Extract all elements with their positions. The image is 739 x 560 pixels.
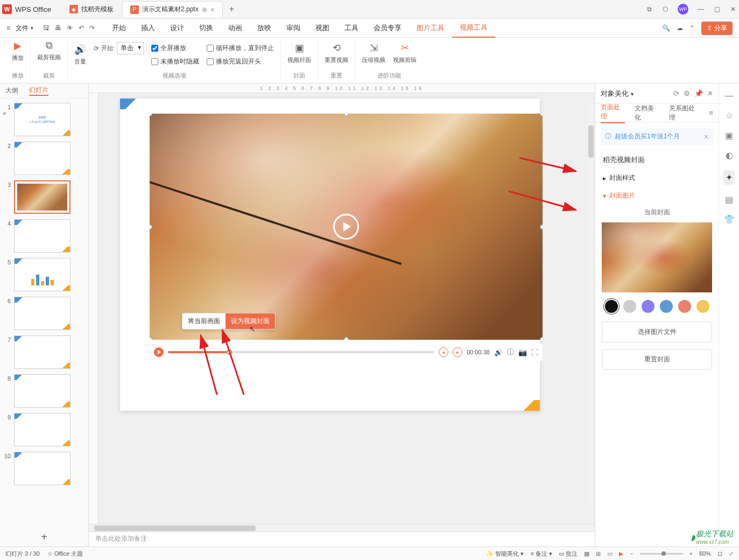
vc-next-button[interactable]: ▸ [453,347,462,357]
cube-icon[interactable]: ⬡ [661,5,669,13]
refresh-icon[interactable]: ⟳ [673,89,679,97]
batch-toggle[interactable]: ▭ 批注 [559,550,578,558]
file-menu[interactable]: 文件 ▾ [11,24,38,33]
sp-tab-page[interactable]: 页面处理 [601,103,625,123]
view-sorter-icon[interactable]: ⊞ [596,550,601,557]
cloud-icon[interactable]: ☁ [677,24,683,32]
compress-button[interactable]: ⇲ 压缩视频 [362,42,385,64]
color-purple[interactable] [642,300,654,313]
play-overlay-icon[interactable] [333,214,359,240]
tab-add-button[interactable]: + [224,4,240,14]
thumb-5[interactable] [14,258,71,291]
rewind-checkbox[interactable]: 播放完返回开头 [207,57,274,66]
view-reading-icon[interactable]: ▭ [607,550,613,557]
vc-volume-icon[interactable]: 🔊 [494,348,503,356]
video-cover-button[interactable]: ▣ 视频封面 [287,42,311,64]
resize-handle[interactable] [540,114,543,116]
choose-image-button[interactable]: 选择图片文件 [602,321,712,342]
slides-tab[interactable]: 幻灯片 [29,86,48,96]
tab-picture-tools[interactable]: 图片工具 [409,19,452,38]
dock-icon[interactable]: ⧉ [645,5,653,13]
color-gray[interactable] [623,300,636,313]
resize-handle[interactable] [344,114,349,116]
rail-minus-icon[interactable]: — [725,91,734,101]
resize-handle[interactable] [540,225,543,229]
slide-stage[interactable]: 将当前画面 设为视频封面 ↖ ◂ ▸ 00:00.38 🔊 ⓘ 📷 ⛶ [98,93,595,524]
tab-home[interactable]: 开始 [104,19,133,38]
hide-checkbox[interactable]: 未播放时隐藏 [151,57,199,66]
close-panel-icon[interactable]: ✕ [707,89,713,97]
horizontal-scrollbar[interactable] [89,524,595,531]
tab-document[interactable]: P 演示文稿素材2.pptx ⊕ × [122,1,223,17]
thumb-7[interactable] [14,335,71,369]
sp-tab-doc[interactable]: 文档美化 [635,104,659,122]
tab-tools[interactable]: 工具 [337,19,366,38]
tab-transition[interactable]: 切换 [192,19,221,38]
close-icon[interactable]: ✕ [729,5,737,13]
tab-animation[interactable]: 动画 [221,19,250,38]
menu-icon[interactable]: ≡ [709,109,713,117]
vc-fullscreen-icon[interactable]: ⛶ [531,348,538,356]
gear-icon[interactable]: ⚙ [684,89,690,97]
tab-close-icon[interactable]: × [210,5,215,14]
tab-view[interactable]: 视图 [308,19,337,38]
rail-star-icon[interactable]: ☆ [726,110,733,121]
loop-checkbox[interactable]: 循环播放，直到停止 [207,44,274,53]
vertical-scrollbar[interactable] [588,104,594,502]
smart-beautify-button[interactable]: ✨ 智能美化 ▾ [486,550,524,558]
slide-thumbnails[interactable]: 1★2023工作总结汇报PPT模板 2 3 4 5 6 7 8 9 10 [0,99,88,528]
rail-beautify-icon[interactable]: ✦ [723,170,735,185]
tab-templates[interactable]: ◆ 找稻壳模板 [62,1,121,17]
tab-member[interactable]: 会员专享 [366,19,409,38]
user-avatar[interactable]: WP [678,4,688,15]
thumb-1[interactable]: 2023工作总结汇报PPT模板 [14,103,71,136]
rail-clothes-icon[interactable]: 👕 [724,214,735,225]
zoom-level[interactable]: 60% [699,550,711,557]
save-icon[interactable]: 🖫 [43,24,50,32]
add-slide-button[interactable]: + [0,528,88,547]
crop-video-button[interactable]: ⧉ 裁剪视频 [37,40,61,61]
vc-play-button[interactable] [154,347,164,357]
thumb-4[interactable] [14,219,71,253]
start-select[interactable]: 单击 ▾ [117,42,144,54]
thumb-2[interactable] [14,142,71,175]
vc-seek-track[interactable] [168,351,434,353]
notes-toggle[interactable]: ≡ 备注 ▾ [530,550,552,558]
color-blue[interactable] [660,300,673,313]
menu-icon[interactable]: ≡ [6,24,10,32]
preview-icon[interactable]: 👁 [67,24,73,32]
minimize-icon[interactable]: — [697,5,705,13]
search-icon[interactable]: 🔍 [662,24,670,32]
view-normal-icon[interactable]: ▦ [584,550,589,557]
resize-handle[interactable] [344,337,349,340]
view-slideshow-icon[interactable]: ▶ [619,550,623,557]
resize-handle[interactable] [540,337,543,340]
resize-handle[interactable] [150,225,152,229]
tab-video-tools[interactable]: 视频工具 [452,19,495,38]
zoom-out-icon[interactable]: − [630,550,633,557]
tab-insert[interactable]: 插入 [133,19,163,38]
vc-camera-icon[interactable]: 📷 [518,348,527,356]
slide-canvas[interactable]: 将当前画面 设为视频封面 ↖ ◂ ▸ 00:00.38 🔊 ⓘ 📷 ⛶ [120,99,540,411]
resize-handle[interactable] [150,337,152,340]
zoom-in-icon[interactable]: + [689,550,693,557]
pin-icon[interactable]: 📌 [694,89,703,97]
trim-button[interactable]: ✂ 视频剪辑 [393,42,417,64]
thumb-3[interactable] [14,180,71,214]
undo-icon[interactable]: ↶ [79,24,84,32]
tab-menu-icon[interactable]: ⊕ [202,6,207,13]
reset-cover-button[interactable]: 重置封面 [602,349,712,370]
thumb-8[interactable] [14,374,71,408]
rail-book-icon[interactable]: ▤ [725,194,733,205]
cover-image-expand[interactable]: ▾封面图片 [595,187,719,205]
reset-video-button[interactable]: ⟲ 重置视频 [325,42,348,64]
fit-icon[interactable]: ⊡ [717,550,722,557]
theme-indicator[interactable]: ☆ Office 主题 [47,550,83,558]
rail-shape-icon[interactable]: ◐ [726,150,733,160]
color-coral[interactable] [678,300,691,313]
resize-handle[interactable] [150,114,152,116]
volume-button[interactable]: 🔊 音量 [74,44,86,66]
rail-template-icon[interactable]: ▣ [725,130,733,141]
cover-style-expand[interactable]: ▸封面样式 [595,169,719,187]
tab-slideshow[interactable]: 放映 [250,19,279,38]
